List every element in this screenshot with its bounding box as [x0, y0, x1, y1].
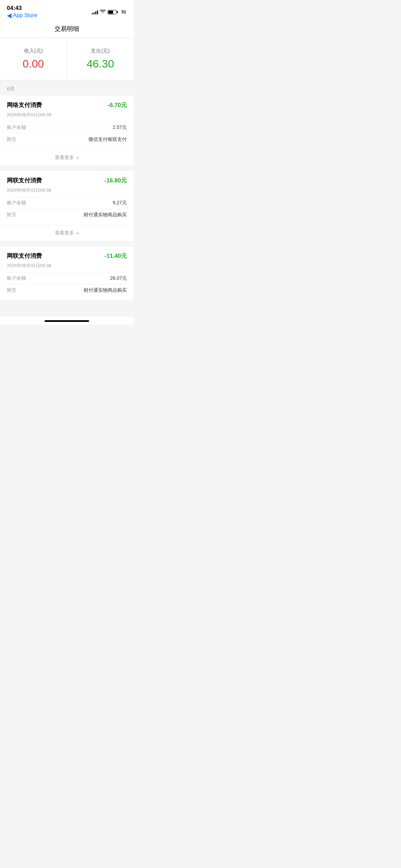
month-header: 6月: [0, 80, 134, 96]
remark-label-1: 附言: [7, 136, 16, 143]
transaction-main-1: 网络支付消费 -6.70元 2024年06月01日04:39 账户余额 2.57…: [0, 96, 134, 149]
transaction-remark-row-1: 附言 微信支付银联支付: [7, 133, 127, 145]
battery-level: 51: [122, 10, 126, 14]
expense-value: 46.30: [74, 58, 127, 70]
remark-value-1: 微信支付银联支付: [88, 136, 127, 143]
expense-summary: 支出(元) 46.30: [67, 38, 134, 80]
summary-section: 收入(元) 0.00 支出(元) 46.30: [0, 38, 134, 80]
balance-label-3: 账户余额: [7, 275, 26, 281]
transaction-top-2: 网联支付消费 -16.80元: [7, 177, 127, 184]
remark-value-3: 财付通实物商品购买: [84, 287, 127, 293]
transaction-remark-row-2: 附言 财付通实物商品购买: [7, 209, 127, 221]
transaction-amount-3: -11.40元: [105, 252, 127, 260]
chevron-down-icon-2: ∨: [76, 231, 79, 236]
transaction-date-1: 2024年06月01日04:39: [7, 112, 127, 118]
chevron-down-icon-1: ∨: [76, 155, 79, 160]
status-icons: 51: [92, 10, 127, 15]
transaction-amount-2: -16.80元: [105, 177, 127, 184]
transaction-date-2: 2024年06月01日04:38: [7, 187, 127, 193]
transaction-balance-row-2: 账户余额 9.27元: [7, 197, 127, 209]
remark-value-2: 财付通实物商品购买: [84, 212, 127, 218]
home-indicator: [0, 317, 134, 325]
back-chevron-icon: ◀: [7, 12, 12, 19]
page-title: 交易明细: [54, 25, 79, 32]
income-label: 收入(元): [7, 48, 60, 54]
transaction-title-3: 网联支付消费: [7, 252, 42, 260]
home-bar: [45, 320, 89, 322]
nav-header: 交易明细: [0, 21, 134, 38]
income-value: 0.00: [7, 58, 60, 70]
transaction-top-3: 网联支付消费 -11.40元: [7, 252, 127, 260]
expense-label: 支出(元): [74, 48, 127, 54]
transaction-date-3: 2024年06月01日04:38: [7, 263, 127, 269]
status-bar: 04:43 ◀ App Store 51: [0, 0, 134, 21]
see-more-label-1: 查看更多: [55, 155, 74, 161]
balance-label-1: 账户余额: [7, 124, 26, 131]
wifi-icon: [100, 10, 106, 15]
transaction-amount-1: -6.70元: [108, 101, 127, 109]
transaction-top-1: 网络支付消费 -6.70元: [7, 101, 127, 109]
signal-icon: [92, 10, 98, 14]
status-time: 04:43: [7, 5, 37, 12]
balance-label-2: 账户余额: [7, 200, 26, 206]
balance-value-2: 9.27元: [113, 200, 127, 206]
transaction-main-3: 网联支付消费 -11.40元 2024年06月01日04:38 账户余额 26.…: [0, 246, 134, 300]
transaction-title-1: 网络支付消费: [7, 101, 42, 109]
see-more-2[interactable]: 查看更多 ∨: [0, 225, 134, 241]
transaction-balance-row-3: 账户余额 26.07元: [7, 272, 127, 284]
battery-icon: [108, 10, 117, 14]
transaction-main-2: 网联支付消费 -16.80元 2024年06月01日04:38 账户余额 9.2…: [0, 171, 134, 225]
transaction-remark-row-3: 附言 财付通实物商品购买: [7, 284, 127, 296]
app-store-back[interactable]: ◀ App Store: [7, 12, 37, 19]
transaction-card-3: 网联支付消费 -11.40元 2024年06月01日04:38 账户余额 26.…: [0, 246, 134, 300]
remark-label-2: 附言: [7, 212, 16, 218]
transaction-balance-row-1: 账户余额 2.57元: [7, 121, 127, 133]
transaction-title-2: 网联支付消费: [7, 177, 42, 184]
income-summary: 收入(元) 0.00: [0, 38, 67, 80]
month-label: 6月: [7, 86, 15, 92]
balance-value-3: 26.07元: [110, 275, 127, 281]
see-more-label-2: 查看更多: [55, 230, 74, 236]
transaction-card-1: 网络支付消费 -6.70元 2024年06月01日04:39 账户余额 2.57…: [0, 96, 134, 166]
transaction-card-2: 网联支付消费 -16.80元 2024年06月01日04:38 账户余额 9.2…: [0, 171, 134, 241]
balance-value-1: 2.57元: [113, 124, 127, 131]
remark-label-3: 附言: [7, 287, 16, 293]
back-label: App Store: [13, 12, 37, 19]
see-more-1[interactable]: 查看更多 ∨: [0, 149, 134, 166]
